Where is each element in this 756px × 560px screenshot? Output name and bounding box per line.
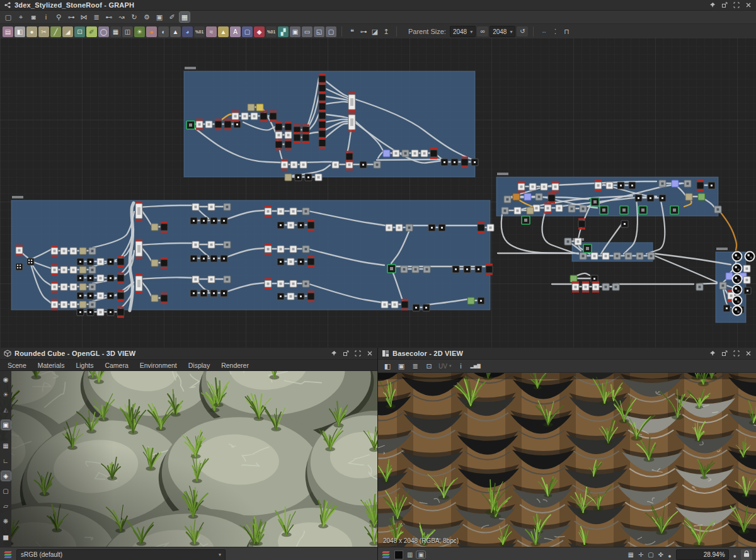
light-mode[interactable]: ☀	[1, 390, 11, 399]
menu-camera[interactable]: Camera	[105, 362, 128, 369]
colorspace-layers-icon[interactable]	[4, 551, 13, 559]
height-blend-node[interactable]: ◫	[122, 26, 133, 37]
node-graph[interactable]	[0, 38, 756, 348]
pin-button[interactable]	[709, 1, 716, 9]
grid-snap[interactable]: ▦	[180, 12, 190, 22]
float-button[interactable]	[342, 350, 350, 357]
geometry-plane[interactable]: ▱	[1, 501, 11, 511]
light-node[interactable]: ☀	[134, 26, 145, 37]
frame-selection[interactable]: ▢	[3, 12, 13, 22]
background-image-icon[interactable]: ▣	[416, 551, 425, 558]
geometry-cube[interactable]: ▢	[1, 486, 11, 496]
pin-button[interactable]	[330, 350, 338, 357]
normal-node[interactable]: ◐	[158, 26, 169, 37]
align-vertical[interactable]: ⁚	[550, 26, 560, 37]
2d-render[interactable]	[378, 373, 756, 547]
geometry-hex[interactable]: ◈	[1, 471, 11, 481]
resize-item[interactable]: ▢	[326, 26, 336, 37]
maximize-button[interactable]	[733, 1, 740, 9]
transform-gizmo[interactable]: ⌖	[16, 12, 26, 22]
menu-environment[interactable]: Environment	[140, 362, 177, 369]
colorspace-select[interactable]: sRGB (default) ▾	[16, 549, 226, 560]
view2d-viewport[interactable]: 2048 x 2048 (RGBA, 8bpc)	[378, 373, 756, 547]
zoom-out-button[interactable]: ●	[668, 549, 671, 560]
splatter-node[interactable]: ●	[146, 26, 157, 37]
search[interactable]: ⚲	[54, 12, 64, 22]
blur-node[interactable]: ●	[26, 26, 37, 37]
shape-node[interactable]: ◯	[98, 26, 109, 37]
copy-image[interactable]: ≣	[411, 362, 420, 370]
pin-tool[interactable]: ↥	[381, 26, 391, 37]
selection-node[interactable]: ▢	[242, 26, 253, 37]
background-swatch[interactable]	[394, 551, 403, 559]
zoom-lock-button[interactable]	[741, 549, 752, 560]
curve-node[interactable]: ╱	[50, 26, 61, 37]
fx-map-node[interactable]: ≈	[206, 26, 217, 37]
channel-bars-icon[interactable]: ▥	[407, 551, 413, 558]
histogram-3d[interactable]: ▅	[1, 532, 11, 541]
link-creation[interactable]: ⊶	[66, 12, 76, 22]
close-button[interactable]	[366, 350, 374, 357]
rotation-tool[interactable]: ❋	[1, 517, 11, 526]
menu-display[interactable]: Display	[188, 362, 210, 369]
image-information[interactable]: i	[456, 362, 465, 370]
zoom-in-button[interactable]: ●	[733, 549, 736, 560]
parent-width-select[interactable]: 2048▾	[450, 26, 476, 37]
histogram[interactable]: ▂▅▇	[470, 362, 480, 370]
fit-view[interactable]: ▢	[648, 551, 653, 558]
close-button[interactable]	[745, 1, 752, 9]
menu-scene[interactable]: Scene	[8, 362, 26, 369]
parent-height-select[interactable]: 2048▾	[490, 26, 515, 37]
close-button[interactable]	[745, 350, 752, 357]
pin-button[interactable]	[709, 350, 716, 357]
menu-lights[interactable]: Lights	[76, 362, 93, 369]
navigation-item[interactable]: ◱	[314, 26, 324, 37]
float-button[interactable]	[721, 350, 728, 357]
gradient-node[interactable]: ✐	[86, 26, 97, 37]
size-reset-button[interactable]: ↺	[517, 26, 528, 37]
maximize-button[interactable]	[733, 350, 740, 357]
frame-item[interactable]: ▣	[290, 26, 301, 37]
thumbnails[interactable]: ▣	[154, 12, 164, 22]
align-horizontal[interactable]: ∙∙	[539, 26, 549, 37]
float-button[interactable]	[721, 1, 728, 9]
paint-brush[interactable]: ✐	[167, 12, 177, 22]
rotate-view[interactable]: ↻	[129, 12, 139, 22]
curved-links[interactable]: ↝	[117, 12, 127, 22]
tile-grid[interactable]: ▦	[627, 551, 633, 558]
pattern-node[interactable]: ▞	[278, 26, 289, 37]
size-link-button[interactable]: ∞	[477, 26, 488, 37]
pixel-processor-node[interactable]: ◆	[254, 26, 265, 37]
environment-mode[interactable]: ◭	[1, 405, 11, 414]
inline-link[interactable]: ⊶	[358, 26, 369, 37]
node-finder[interactable]: ⋈	[79, 12, 89, 22]
pan-view[interactable]: ✜	[658, 551, 663, 558]
svg-node[interactable]: ▲	[218, 26, 229, 37]
value-processor-node[interactable]: %01	[194, 26, 205, 37]
menu-materials[interactable]: Materials	[38, 362, 65, 369]
view3d-viewport[interactable]: ◉☀◭▣▦∟◈▢▱❋▅⋮	[0, 371, 377, 547]
maximize-button[interactable]	[354, 350, 362, 357]
slope-blur-node[interactable]: ▲	[170, 26, 181, 37]
save-image[interactable]: ▣	[397, 362, 406, 370]
channel-shuffle-node[interactable]: ✂	[38, 26, 49, 37]
graph-canvas[interactable]	[0, 38, 756, 348]
information[interactable]: i	[41, 12, 51, 22]
tiling-mode[interactable]: ▦	[1, 441, 11, 450]
portal-node[interactable]: ◪	[370, 26, 380, 37]
pointer-snap[interactable]: ✛	[638, 551, 643, 558]
transform-node[interactable]: ⊡	[74, 26, 85, 37]
blend-node[interactable]: ◧	[14, 26, 25, 37]
duplicate-stack[interactable]: ≣	[91, 12, 101, 22]
menu-renderer[interactable]: Renderer	[221, 362, 249, 369]
comment-item[interactable]: ▭	[302, 26, 312, 37]
camera-settings[interactable]: ▣	[1, 420, 11, 430]
comment-bubble[interactable]: ❝	[347, 26, 357, 37]
tile-sampler-node[interactable]: ▦	[110, 26, 121, 37]
hsl-node[interactable]: ◕	[182, 26, 193, 37]
text-node[interactable]: A	[230, 26, 241, 37]
directional-blur-node[interactable]: ◢	[62, 26, 73, 37]
tools-wrench[interactable]: ⚙	[142, 12, 152, 22]
screenshot[interactable]: ◙	[28, 12, 38, 22]
camera-video[interactable]: ◉	[1, 375, 11, 384]
